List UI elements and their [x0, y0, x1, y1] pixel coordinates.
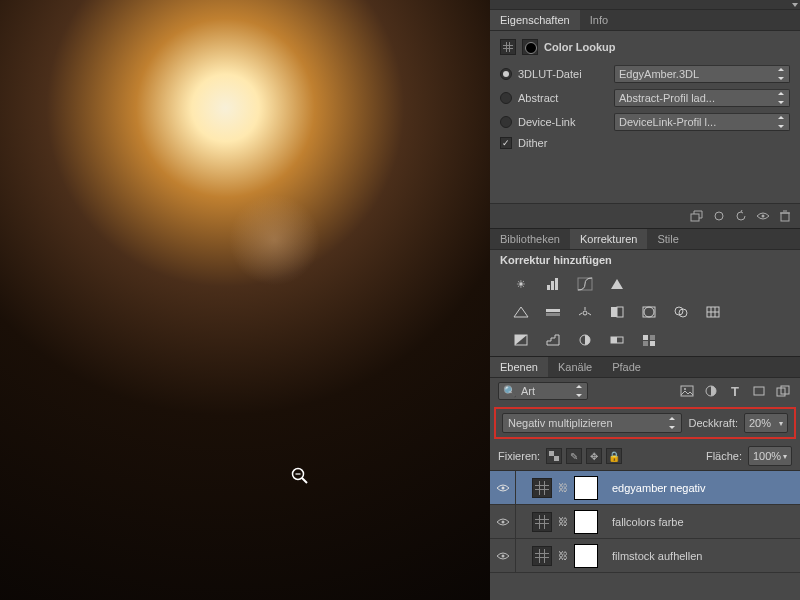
svg-rect-40: [754, 387, 764, 395]
chevron-updown-icon: [575, 384, 583, 398]
layer-name[interactable]: fallcolors farbe: [612, 516, 684, 528]
tab-kanaele[interactable]: Kanäle: [548, 357, 602, 377]
mixer-icon[interactable]: [670, 302, 692, 322]
opacity-value: 20%: [749, 417, 771, 429]
svg-point-0: [293, 469, 304, 480]
radio-devicelink[interactable]: [500, 116, 512, 128]
link-icon: ⛓: [558, 482, 568, 493]
layer-row[interactable]: ⛓ filmstock aufhellen: [490, 539, 800, 573]
fill-value: 100%: [753, 450, 781, 462]
tab-ebenen[interactable]: Ebenen: [490, 357, 548, 377]
svg-rect-34: [650, 335, 655, 340]
lock-pixels-icon[interactable]: ✎: [566, 448, 582, 464]
dropdown-3dlut[interactable]: EdgyAmber.3DL: [614, 65, 790, 83]
gradientmap-icon[interactable]: [606, 330, 628, 350]
radio-abstract[interactable]: [500, 92, 512, 104]
dropdown-devicelink[interactable]: DeviceLink-Profil l...: [614, 113, 790, 131]
link-icon: ⛓: [558, 550, 568, 561]
tab-eigenschaften[interactable]: Eigenschaften: [490, 10, 580, 30]
layers-list: ⛓ edgyamber negativ ⛓ fallcolors farbe ⛓…: [490, 471, 800, 600]
clip-icon[interactable]: [688, 208, 706, 224]
photofilter-icon[interactable]: [638, 302, 660, 322]
tab-stile[interactable]: Stile: [647, 229, 688, 249]
svg-rect-44: [554, 456, 559, 461]
fill-field[interactable]: 100% ▾: [748, 446, 792, 466]
svg-marker-13: [611, 279, 623, 289]
label-dither: Dither: [518, 137, 547, 149]
colorbalance-icon[interactable]: [574, 302, 596, 322]
tab-bibliotheken[interactable]: Bibliotheken: [490, 229, 570, 249]
lock-transparency-icon[interactable]: [546, 448, 562, 464]
levels-icon[interactable]: [542, 274, 564, 294]
svg-line-1: [302, 478, 307, 483]
layer-visibility-toggle[interactable]: [490, 539, 516, 572]
chevron-down-icon: ▾: [779, 419, 783, 428]
undo-icon[interactable]: [732, 208, 750, 224]
invert-icon[interactable]: [510, 330, 532, 350]
layer-row[interactable]: ⛓ fallcolors farbe: [490, 505, 800, 539]
lut-circle-icon: [522, 39, 538, 55]
layer-row[interactable]: ⛓ edgyamber negativ: [490, 471, 800, 505]
blend-mode-dropdown[interactable]: Negativ multiplizieren: [502, 413, 682, 433]
exposure-icon[interactable]: [606, 274, 628, 294]
layer-name[interactable]: edgyamber negativ: [612, 482, 706, 494]
mask-thumbnail[interactable]: [574, 510, 598, 534]
svg-marker-14: [514, 307, 528, 317]
curves-icon[interactable]: [574, 274, 596, 294]
eye-icon[interactable]: [754, 208, 772, 224]
bw-icon[interactable]: [606, 302, 628, 322]
layer-visibility-toggle[interactable]: [490, 505, 516, 538]
fill-label: Fläche:: [706, 450, 742, 462]
checkbox-dither[interactable]: [500, 137, 512, 149]
vibrance-icon[interactable]: [510, 302, 532, 322]
filter-image-icon[interactable]: [678, 383, 696, 399]
radio-3dlut[interactable]: [500, 68, 512, 80]
mask-thumbnail[interactable]: [574, 476, 598, 500]
layer-name[interactable]: filmstock aufhellen: [612, 550, 703, 562]
svg-point-20: [644, 307, 654, 317]
threshold-icon[interactable]: [574, 330, 596, 350]
filter-type-icon[interactable]: T: [726, 383, 744, 399]
posterize-icon[interactable]: [542, 330, 564, 350]
svg-point-45: [501, 486, 504, 489]
filter-shape-icon[interactable]: [750, 383, 768, 399]
svg-point-5: [762, 215, 765, 218]
filter-adjust-icon[interactable]: [702, 383, 720, 399]
lut-grid-icon: [500, 39, 516, 55]
tab-pfade[interactable]: Pfade: [602, 357, 651, 377]
chevron-updown-icon: [668, 416, 676, 430]
svg-point-38: [684, 388, 686, 390]
lock-all-icon[interactable]: 🔒: [606, 448, 622, 464]
trash-icon[interactable]: [776, 208, 794, 224]
layer-visibility-toggle[interactable]: [490, 471, 516, 504]
lock-position-icon[interactable]: ✥: [586, 448, 602, 464]
lut-grid-icon: [532, 546, 552, 566]
svg-rect-36: [650, 341, 655, 346]
adj-row-2: [490, 300, 800, 328]
tab-korrekturen[interactable]: Korrekturen: [570, 229, 647, 249]
svg-rect-33: [643, 335, 648, 340]
hue-icon[interactable]: [542, 302, 564, 322]
svg-rect-9: [547, 285, 550, 290]
canvas-viewport[interactable]: [0, 0, 490, 600]
filter-smart-icon[interactable]: [774, 383, 792, 399]
svg-point-47: [501, 554, 504, 557]
svg-rect-43: [549, 451, 554, 456]
layer-filter-label: Art: [521, 385, 571, 397]
lut-icon[interactable]: [702, 302, 724, 322]
brightness-icon[interactable]: ☀: [510, 274, 532, 294]
svg-rect-11: [555, 278, 558, 290]
opacity-field[interactable]: 20% ▾: [744, 413, 788, 433]
dropdown-abstract[interactable]: Abstract-Profil lad...: [614, 89, 790, 107]
layer-filter-dropdown[interactable]: 🔍 Art: [498, 382, 588, 400]
adjustments-heading: Korrektur hinzufügen: [490, 250, 800, 272]
selectivecolor-icon[interactable]: [638, 330, 660, 350]
label-devicelink: Device-Link: [518, 116, 608, 128]
view-icon[interactable]: [710, 208, 728, 224]
tab-info[interactable]: Info: [580, 10, 618, 30]
properties-titlebar[interactable]: [490, 0, 800, 10]
mask-thumbnail[interactable]: [574, 544, 598, 568]
layer-filter-row: 🔍 Art T: [490, 378, 800, 404]
chevron-down-icon: ▾: [783, 452, 787, 461]
svg-marker-29: [515, 335, 527, 345]
